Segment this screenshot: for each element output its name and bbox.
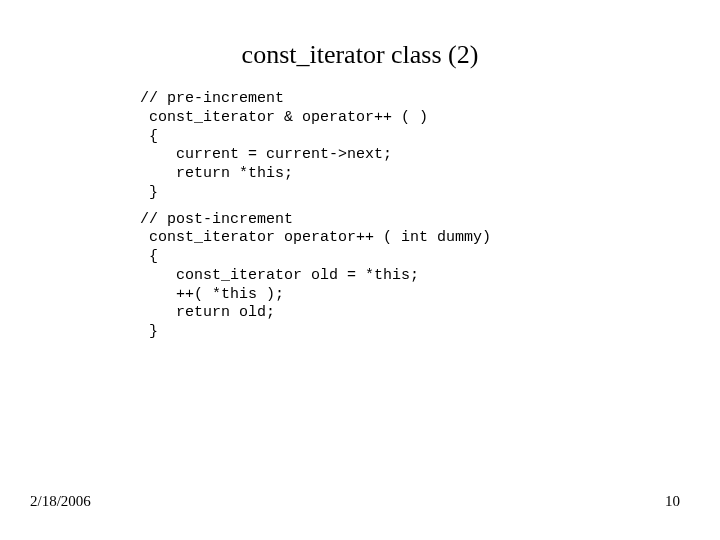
slide-container: const_iterator class (2) // pre-incremen…: [0, 0, 720, 540]
slide-title: const_iterator class (2): [40, 40, 680, 70]
footer-page-number: 10: [665, 493, 680, 510]
code-block-post-increment: // post-increment const_iterator operato…: [140, 211, 680, 342]
code-block-pre-increment: // pre-increment const_iterator & operat…: [140, 90, 680, 203]
footer-date: 2/18/2006: [30, 493, 91, 510]
